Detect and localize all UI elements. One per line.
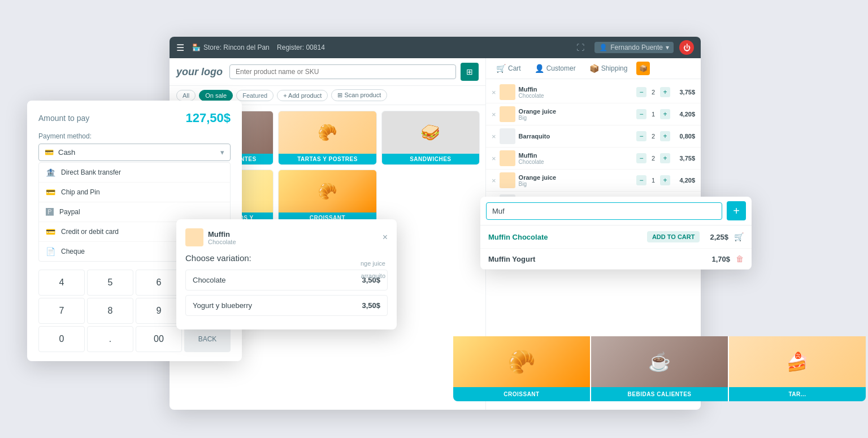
cart-item: × Orange juice Big − 1 + 4,20$ — [486, 103, 701, 125]
store-icon: 🏪 — [192, 44, 201, 51]
register-label: Register: 00814 — [277, 44, 325, 51]
bottom-product-croissant[interactable]: 🥐 CROISSANT — [453, 336, 590, 401]
bottom-product-bebidas[interactable]: ☕ BEBIDAS CALIENTES — [590, 336, 728, 401]
tab-customer[interactable]: 👤 Customer — [530, 62, 580, 75]
chevron-down-icon: ▾ — [220, 148, 224, 157]
cart-item-price: 0,80$ — [674, 133, 695, 140]
remove-item-icon[interactable]: × — [492, 110, 496, 119]
tab-shipping[interactable]: 📦 Shipping — [585, 62, 632, 75]
variation-name: Yogurt y blueberry — [193, 301, 252, 310]
numpad-9[interactable]: 9 — [136, 298, 182, 324]
filter-all[interactable]: All — [176, 90, 196, 101]
qty-decrease[interactable]: − — [636, 109, 646, 119]
cheque-icon: 📄 — [46, 247, 55, 256]
cash-icon: 💳 — [45, 148, 54, 157]
qty-increase[interactable]: + — [660, 175, 670, 185]
search-result-muffin-chocolate[interactable]: Muffin Chocolate ADD TO CART 2,25$ 🛒 — [480, 225, 752, 249]
cart-item-name: Barraquito — [519, 133, 633, 140]
cart-item-img — [500, 172, 515, 188]
store-info: 🏪 Store: Rincon del Pan Register: 00814 — [192, 44, 325, 51]
variation-price: 3,50$ — [362, 301, 380, 310]
variation-close-button[interactable]: × — [383, 232, 388, 242]
numpad-5[interactable]: 5 — [87, 270, 133, 296]
qty-decrease[interactable]: − — [636, 153, 646, 163]
payment-method-select[interactable]: 💳 Cash ▾ — [38, 144, 231, 161]
cart-item-img — [500, 84, 515, 100]
search-result-price: 1,70$ — [711, 255, 730, 263]
product-card-sandwiches[interactable]: 🥪 SANDWICHES — [381, 111, 480, 165]
qty-value: 1 — [648, 111, 658, 118]
remove-item-icon[interactable]: × — [492, 132, 496, 141]
payment-amount: 127,50$ — [185, 111, 231, 125]
search-panel-input[interactable] — [486, 202, 722, 220]
search-result-name: Muffin Yogurt — [488, 255, 706, 263]
numpad-0[interactable]: 0 — [38, 326, 85, 352]
product-card-tartas[interactable]: 🥐 TARTAS Y POSTRES — [278, 111, 376, 165]
product-label-tartas: TARTAS Y POSTRES — [279, 154, 376, 164]
cart-item-name: Orange juice — [519, 174, 633, 181]
add-product-button[interactable]: + Add product — [277, 90, 328, 101]
search-result-name: Muffin Chocolate — [488, 233, 641, 241]
variation-title: Choose variation: — [185, 253, 388, 263]
qr-button[interactable]: ⊞ — [461, 63, 479, 81]
variation-modal: Muffin Chocolate × Choose variation: nge… — [176, 219, 397, 329]
qty-decrease[interactable]: − — [636, 131, 646, 141]
bottom-product-label-croissant: CROISSANT — [453, 387, 590, 401]
trash-icon: 🗑 — [736, 254, 744, 263]
cart-item-name: Muffin — [519, 86, 633, 93]
numpad-7[interactable]: 7 — [38, 298, 85, 324]
numpad-4[interactable]: 4 — [38, 270, 85, 296]
qty-decrease[interactable]: − — [636, 87, 646, 97]
menu-icon[interactable]: ☰ — [176, 42, 184, 53]
numpad-6[interactable]: 6 — [136, 270, 182, 296]
cart-item: × Muffin Chocolate − 2 + 3,75$ — [486, 81, 701, 103]
expand-icon[interactable]: ⛶ — [576, 43, 584, 52]
remove-item-icon[interactable]: × — [492, 154, 496, 163]
payment-option-label: Credit or debit card — [61, 228, 119, 236]
cart-item-price: 4,20$ — [674, 177, 695, 184]
qty-increase[interactable]: + — [660, 87, 670, 97]
credit-card-icon: 💳 — [46, 227, 55, 236]
payment-option-label: Cheque — [61, 248, 85, 255]
payment-option-label: Direct Bank transfer — [61, 168, 121, 176]
tab-cart[interactable]: 🛒 Cart — [492, 62, 526, 75]
variation-item-chocolate[interactable]: Chocolate 3,50$ — [185, 270, 388, 290]
pos-topbar: ☰ 🏪 Store: Rincon del Pan Register: 0081… — [170, 37, 701, 58]
cart-item-sub: Chocolate — [519, 93, 633, 99]
back-button[interactable]: BACK — [184, 326, 231, 352]
bg-barraquito-label: arraquito — [361, 272, 385, 279]
qty-increase[interactable]: + — [660, 153, 670, 163]
remove-item-icon[interactable]: × — [492, 176, 496, 185]
cart-item: × Muffin Chocolate − 2 + 3,75$ — [486, 148, 701, 170]
payment-method-label: Payment method: — [38, 132, 231, 140]
qty-increase[interactable]: + — [660, 109, 670, 119]
numpad-double-zero[interactable]: 00 — [136, 326, 182, 352]
qty-increase[interactable]: + — [660, 131, 670, 141]
search-input[interactable] — [229, 64, 456, 79]
qty-value: 2 — [648, 155, 658, 162]
cart-item-price: 4,20$ — [674, 111, 695, 118]
qty-decrease[interactable]: − — [636, 175, 646, 185]
cart-item-price: 3,75$ — [674, 89, 695, 96]
remove-item-icon[interactable]: × — [492, 88, 496, 97]
numpad-decimal[interactable]: . — [87, 326, 133, 352]
bottom-product-tartas[interactable]: 🍰 TAR... — [728, 336, 866, 401]
payment-option-bank[interactable]: 🏦 Direct Bank transfer — [39, 163, 230, 183]
numpad-8[interactable]: 8 — [87, 298, 133, 324]
filter-on-sale[interactable]: On sale — [199, 90, 233, 101]
search-bar: your logo ⊞ — [170, 58, 485, 86]
scan-product-button[interactable]: ⊞ Scan product — [331, 89, 387, 101]
qty-value: 1 — [648, 177, 658, 184]
cart-item-price: 3,75$ — [674, 155, 695, 162]
variation-item-yogurt[interactable]: Yogurt y blueberry 3,50$ — [185, 295, 388, 316]
user-menu[interactable]: 👤 Fernando Puente ▾ — [594, 42, 674, 53]
power-button[interactable]: ⏻ — [679, 40, 694, 55]
search-result-muffin-yogurt[interactable]: Muffin Yogurt 1,70$ 🗑 — [480, 249, 752, 270]
filter-featured[interactable]: Featured — [236, 90, 274, 101]
payment-option-chip[interactable]: 💳 Chip and Pin — [39, 183, 230, 202]
cart-item-sub: Chocolate — [519, 159, 633, 165]
add-to-cart-button[interactable]: ADD TO CART — [647, 231, 700, 242]
cart-item-img — [500, 106, 515, 122]
search-add-button[interactable]: + — [727, 201, 746, 220]
customer-icon: 👤 — [535, 64, 544, 73]
